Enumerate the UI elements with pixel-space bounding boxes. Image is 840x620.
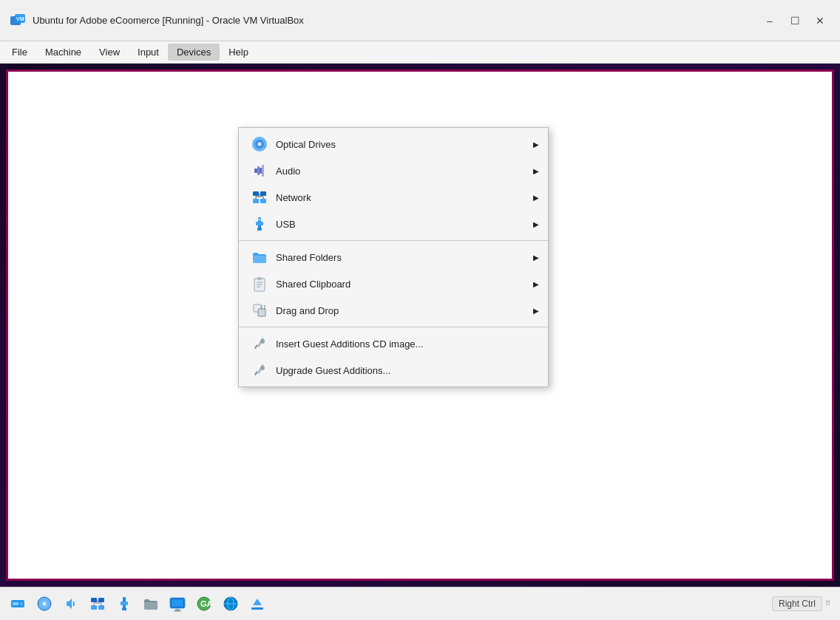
svg-rect-40: [13, 602, 18, 605]
svg-rect-8: [257, 166, 260, 175]
separator-1: [239, 240, 548, 241]
status-network-icon[interactable]: [86, 592, 109, 616]
title-bar-controls: – ☐ ✕: [759, 12, 831, 30]
svg-rect-24: [257, 277, 262, 280]
menu-item-optical-drives[interactable]: Optical Drives: [239, 131, 548, 157]
audio-icon: [251, 162, 268, 180]
menu-machine[interactable]: Machine: [36, 44, 90, 61]
svg-rect-13: [253, 199, 259, 203]
svg-text:GA: GA: [200, 599, 213, 608]
menu-input[interactable]: Input: [129, 44, 168, 61]
svg-point-6: [259, 143, 261, 146]
optical-drive-icon: [251, 135, 268, 153]
separator-2: [239, 327, 548, 327]
menu-item-drag-and-drop[interactable]: Drag and Drop: [239, 297, 548, 324]
svg-rect-34: [254, 344, 258, 349]
status-shared-folders-icon[interactable]: [139, 592, 163, 616]
svg-rect-48: [98, 605, 104, 610]
svg-rect-54: [121, 602, 128, 605]
devices-dropdown-menu: Optical Drives Audio: [238, 127, 549, 387]
svg-rect-29: [258, 309, 265, 316]
folder-icon: [251, 248, 268, 266]
svg-point-36: [260, 366, 265, 370]
network-label: Network: [276, 192, 536, 203]
svg-point-39: [20, 602, 23, 605]
svg-rect-21: [257, 228, 262, 231]
menu-item-shared-clipboard[interactable]: Shared Clipboard: [239, 270, 548, 297]
svg-marker-66: [253, 599, 262, 605]
status-globe-icon[interactable]: [219, 592, 243, 616]
drag-and-drop-label: Drag and Drop: [276, 305, 536, 316]
clipboard-icon: [251, 275, 268, 293]
status-hdd-icon[interactable]: [6, 592, 30, 616]
shared-folders-label: Shared Folders: [276, 252, 536, 263]
status-download-icon[interactable]: [245, 592, 269, 616]
right-ctrl-label: Right Ctrl: [772, 596, 822, 611]
svg-point-43: [43, 602, 46, 605]
minimize-button[interactable]: –: [759, 12, 781, 30]
title-bar: VM Ubuntu for Adobe eCoomerce [Running] …: [0, 0, 840, 41]
svg-rect-12: [260, 191, 266, 196]
svg-rect-65: [251, 607, 263, 610]
menu-item-upgrade-guest[interactable]: Upgrade Guest Additions...: [239, 357, 548, 384]
svg-rect-57: [172, 599, 183, 607]
screwdriver-icon: [251, 335, 268, 352]
svg-rect-7: [254, 168, 257, 173]
svg-point-33: [260, 339, 265, 344]
svg-rect-9: [260, 168, 262, 174]
svg-text:VM: VM: [16, 16, 24, 21]
menu-item-network[interactable]: Network: [239, 184, 548, 211]
svg-rect-11: [253, 191, 259, 196]
close-button[interactable]: ✕: [809, 12, 831, 30]
status-usb-icon[interactable]: [112, 592, 136, 616]
usb-icon: [251, 215, 268, 233]
menu-item-usb[interactable]: USB: [239, 211, 548, 237]
maximize-button[interactable]: ☐: [784, 12, 806, 30]
svg-rect-59: [174, 610, 181, 612]
shared-clipboard-label: Shared Clipboard: [276, 279, 536, 290]
menu-devices[interactable]: Devices: [168, 44, 220, 61]
svg-rect-46: [98, 598, 104, 602]
status-cd-icon[interactable]: [33, 592, 56, 616]
svg-point-22: [258, 218, 261, 221]
svg-rect-47: [91, 605, 97, 610]
drag-drop-icon: [251, 302, 268, 319]
title-bar-left: VM Ubuntu for Adobe eCoomerce [Running] …: [9, 12, 304, 30]
status-bar: GA Right Ctrl ⠿: [0, 587, 840, 620]
audio-label: Audio: [276, 166, 536, 177]
menu-item-shared-folders[interactable]: Shared Folders: [239, 244, 548, 270]
status-guest-additions-icon[interactable]: GA: [192, 592, 216, 616]
svg-rect-10: [262, 165, 264, 177]
menu-view[interactable]: View: [90, 44, 129, 61]
menu-file[interactable]: File: [3, 44, 36, 61]
svg-rect-45: [91, 598, 97, 602]
status-vm-icon[interactable]: [166, 592, 189, 616]
status-audio-icon[interactable]: [59, 592, 83, 616]
optical-drives-label: Optical Drives: [276, 139, 536, 150]
screwdriver2-icon: [251, 361, 268, 379]
menu-help[interactable]: Help: [220, 44, 257, 61]
svg-rect-14: [260, 199, 266, 203]
svg-rect-37: [254, 371, 258, 375]
network-icon: [251, 188, 268, 206]
window-title: Ubuntu for Adobe eCoomerce [Running] - O…: [33, 15, 304, 26]
svg-rect-58: [175, 609, 180, 610]
menu-item-audio[interactable]: Audio: [239, 157, 548, 184]
menu-item-insert-guest[interactable]: Insert Guest Additions CD image...: [239, 330, 548, 357]
svg-marker-44: [67, 599, 72, 609]
usb-label: USB: [276, 219, 536, 230]
menu-bar: File Machine View Input Devices Help: [0, 41, 840, 64]
insert-guest-label: Insert Guest Additions CD image...: [276, 338, 536, 350]
main-content: Optical Drives Audio: [0, 64, 840, 587]
svg-rect-20: [256, 222, 263, 225]
vbox-icon: VM: [9, 12, 27, 30]
svg-rect-55: [122, 607, 126, 610]
resize-grip: ⠿: [825, 599, 834, 608]
upgrade-guest-label: Upgrade Guest Additions...: [276, 365, 536, 376]
